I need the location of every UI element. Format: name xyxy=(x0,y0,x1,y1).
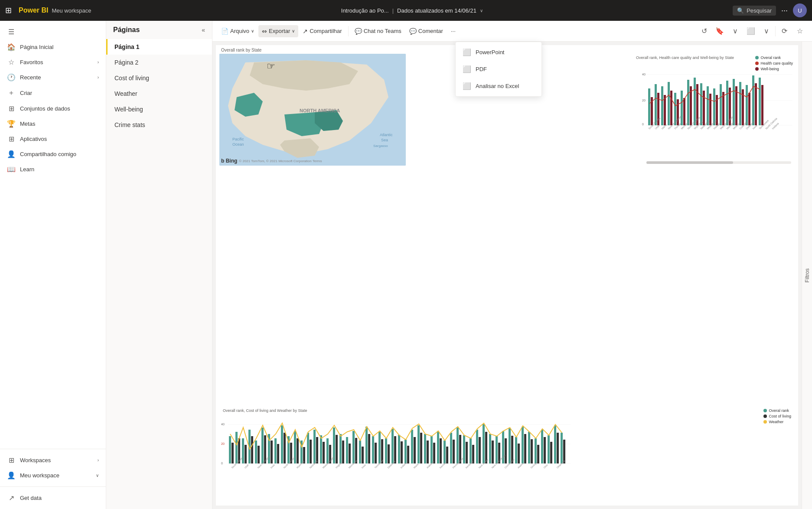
create-icon: ＋ xyxy=(7,88,16,98)
sidebar-item-myworkspace[interactable]: 👤 Meu workspace ∨ xyxy=(0,468,106,483)
svg-rect-74 xyxy=(245,445,247,463)
bottom-label-weather: Weather xyxy=(769,420,783,424)
bar-chart-scrollbar[interactable] xyxy=(646,161,791,164)
star-icon: ☆ xyxy=(7,58,16,66)
report-title: Introdução ao Po... xyxy=(341,7,389,14)
arquivo-btn[interactable]: 📄 Arquivo ∨ xyxy=(218,25,258,37)
bottom-dot-yellow xyxy=(763,420,767,424)
title-chevron[interactable]: ∨ xyxy=(480,8,483,13)
svg-rect-162 xyxy=(531,439,533,463)
sidebar-item-home[interactable]: 🏠 Página Inicial xyxy=(0,39,106,55)
filtros-sidebar[interactable]: Filtros xyxy=(802,42,812,509)
bookmark-btn[interactable]: 🔖 xyxy=(713,24,727,38)
sidebar-item-recent[interactable]: 🕐 Recente › xyxy=(0,70,106,85)
sidebar-item-shared[interactable]: 👤 Compartilhado comigo xyxy=(0,147,106,162)
page-item-crime[interactable]: Crime stats xyxy=(106,117,212,133)
chat-teams-btn[interactable]: 💬 Chat no Teams xyxy=(351,25,405,37)
goals-icon: 🏆 xyxy=(7,120,16,128)
getdata-icon: ↗ xyxy=(7,494,16,502)
svg-rect-123 xyxy=(404,440,407,463)
teams-icon: 💬 xyxy=(355,28,362,35)
bottom-chart-svg: 40 20 0 xyxy=(219,414,575,501)
filtros-label: Filtros xyxy=(804,268,810,283)
svg-rect-83 xyxy=(274,438,277,463)
toolbar-right: ↺ 🔖 ∨ ⬜ ∨ ⟳ ☆ xyxy=(697,24,807,38)
content-area: 📄 Arquivo ∨ ⇔ Exportar ∨ ↗ Compartilhar … xyxy=(212,21,812,509)
sidebar-item-create[interactable]: ＋ Criar xyxy=(0,85,106,101)
view-btn[interactable]: ⬜ xyxy=(744,24,758,38)
view-chevron[interactable]: ∨ xyxy=(760,24,773,38)
svg-text:Iowa: Iowa xyxy=(361,463,366,469)
comment-icon: 💬 xyxy=(409,28,417,35)
exportar-btn[interactable]: ⇔ Exportar ∨ xyxy=(258,25,298,37)
comentar-btn[interactable]: 💬 Comentar xyxy=(406,25,447,37)
sidebar-item-workspaces[interactable]: ⊞ Workspaces › xyxy=(0,453,106,468)
export-excel[interactable]: ⬜ Analisar no Excel xyxy=(456,78,541,95)
svg-text:0: 0 xyxy=(642,123,644,126)
waffle-icon[interactable]: ⊞ xyxy=(5,6,12,15)
page-item-wellbeing[interactable]: Well-being xyxy=(106,101,212,117)
search-box[interactable]: 🔍 Pesquisar xyxy=(733,6,776,16)
sidebar-item-favorites[interactable]: ☆ Favoritos › xyxy=(0,55,106,70)
bookmark-chevron[interactable]: ∨ xyxy=(728,24,742,38)
bar-chart-svg: 40 20 0 xyxy=(634,62,795,162)
star-btn[interactable]: ☆ xyxy=(793,24,807,38)
arquivo-chevron: ∨ xyxy=(251,29,254,33)
svg-text:Iowa: Iowa xyxy=(270,463,275,469)
apps-icon: ⊞ xyxy=(7,135,16,143)
bar-chart-label: Overall rank, Health care quality and We… xyxy=(636,55,734,60)
undo-btn[interactable]: ↺ xyxy=(697,24,711,38)
pages-collapse-btn[interactable]: « xyxy=(202,26,205,33)
sidebar-item-goals[interactable]: 🏆 Metas xyxy=(0,116,106,131)
sidebar-item-apps[interactable]: ⊞ Aplicativos xyxy=(0,131,106,147)
page-item-1[interactable]: Página 1 xyxy=(106,39,212,55)
svg-rect-98 xyxy=(323,442,325,463)
svg-rect-114 xyxy=(375,443,377,463)
bing-logo: b Bing xyxy=(221,158,237,164)
svg-rect-146 xyxy=(479,437,481,463)
arquivo-icon: 📄 xyxy=(221,28,228,35)
svg-rect-105 xyxy=(346,437,348,463)
myworkspace-chevron: ∨ xyxy=(96,473,99,478)
page-item-cost-of-living[interactable]: Cost of living xyxy=(106,70,212,86)
avatar[interactable]: U xyxy=(793,3,807,17)
svg-rect-139 xyxy=(457,427,459,463)
sidebar-hamburger[interactable]: ☰ xyxy=(0,24,106,39)
page-item-weather[interactable]: Weather xyxy=(106,86,212,101)
compartilhar-btn[interactable]: ↗ Compartilhar xyxy=(299,25,345,37)
svg-rect-161 xyxy=(528,432,530,463)
sidebar-label-getdata: Get data xyxy=(20,495,42,501)
sidebar-item-datasets[interactable]: ⊞ Conjuntos de dados xyxy=(0,101,106,116)
page-item-2[interactable]: Página 2 xyxy=(106,55,212,70)
comentar-label: Comentar xyxy=(418,28,443,34)
more-options-icon[interactable]: ··· xyxy=(781,6,788,15)
svg-rect-93 xyxy=(307,433,309,463)
bottom-chart-area: Overall rank, Cost of living and Weather… xyxy=(219,407,795,502)
favorites-chevron: › xyxy=(98,60,99,65)
sidebar-item-learn[interactable]: 📖 Learn xyxy=(0,162,106,177)
clock-icon: 🕐 xyxy=(7,73,16,82)
bottom-chart-label: Overall rank, Cost of living and Weather… xyxy=(223,408,307,413)
workspace-name: Meu workspace xyxy=(52,7,91,14)
svg-rect-21 xyxy=(694,78,696,125)
update-date: Dados atualizados em 14/06/21 xyxy=(397,7,476,14)
brand: Power BI Meu workspace xyxy=(19,7,91,14)
svg-rect-11 xyxy=(661,86,663,125)
svg-rect-96 xyxy=(316,437,318,463)
map-footer: b Bing © 2021 TomTom, © 2021 Microsoft C… xyxy=(221,158,322,164)
svg-rect-97 xyxy=(320,435,322,463)
refresh-btn[interactable]: ⟳ xyxy=(777,24,791,38)
bottom-label-overal: Overal rank xyxy=(769,408,789,413)
svg-rect-154 xyxy=(505,438,507,463)
sidebar-item-getdata[interactable]: ↗ Get data xyxy=(0,490,106,506)
svg-rect-37 xyxy=(746,85,748,125)
map-area: Pacific Ocean Atlantic Sea Sargasso NORT… xyxy=(219,54,406,166)
sidebar-label-goals: Metas xyxy=(20,121,35,127)
toolbar-more-btn[interactable]: ··· xyxy=(447,25,459,37)
svg-rect-147 xyxy=(483,424,485,463)
svg-rect-14 xyxy=(670,91,672,125)
export-powerpoint[interactable]: ⬜ PowerPoint xyxy=(456,44,541,61)
workspaces-icon: ⊞ xyxy=(7,456,16,464)
export-pdf[interactable]: ⬜ PDF xyxy=(456,61,541,78)
sidebar-label-apps: Aplicativos xyxy=(20,136,47,142)
